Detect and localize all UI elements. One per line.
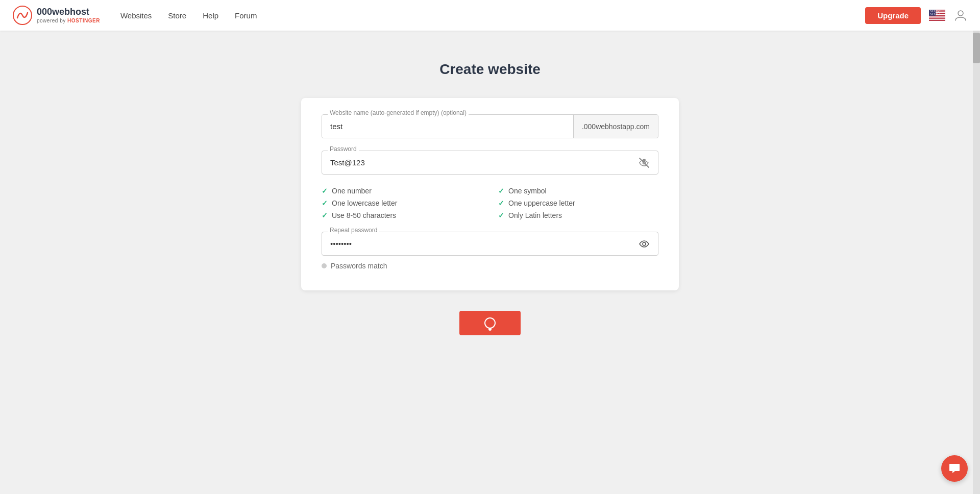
chat-button[interactable] — [941, 455, 968, 482]
scrollbar-thumb — [973, 33, 980, 63]
website-name-label: Website name (auto-generated if empty) (… — [328, 109, 469, 116]
navbar: 000webhost powered by HOSTINGER Websites… — [0, 0, 980, 31]
logo-text: 000webhost powered by HOSTINGER — [37, 7, 100, 24]
req-length-check: ✓ — [322, 211, 328, 219]
password-input[interactable] — [322, 151, 630, 174]
submit-button[interactable] — [459, 311, 521, 335]
repeat-password-label: Repeat password — [328, 227, 379, 234]
repeat-password-group: Repeat password — [322, 232, 658, 256]
passwords-match-label: Passwords match — [331, 262, 387, 270]
nav-store[interactable]: Store — [168, 11, 186, 20]
req-latin-label: Only Latin letters — [508, 211, 562, 219]
user-avatar[interactable] — [953, 8, 968, 22]
nav-help[interactable]: Help — [203, 11, 218, 20]
req-lowercase-label: One lowercase letter — [332, 199, 397, 207]
req-uppercase: ✓ One uppercase letter — [498, 199, 658, 207]
nav-forum[interactable]: Forum — [235, 11, 257, 20]
svg-rect-6 — [929, 17, 945, 18]
repeat-password-field-wrap — [322, 232, 658, 256]
req-number: ✓ One number — [322, 187, 482, 195]
domain-suffix: .000webhostapp.com — [573, 115, 658, 138]
svg-rect-7 — [929, 19, 945, 20]
repeat-password-input[interactable] — [322, 232, 630, 255]
upgrade-button[interactable]: Upgrade — [865, 7, 921, 24]
req-symbol-label: One symbol — [508, 187, 547, 195]
main-nav: Websites Store Help Forum — [120, 11, 865, 20]
language-flag[interactable]: ★ ★ ★ ★ ★ ★ ★ ★ ★ ★ ★ ★ ★ ★ ★ ★ ★ ★ ★ ★ … — [929, 10, 945, 21]
password-group: Password — [322, 151, 658, 175]
password-field-wrap — [322, 151, 658, 175]
req-symbol-check: ✓ — [498, 187, 504, 195]
brand-tagline: powered by HOSTINGER — [37, 18, 100, 24]
password-requirements: ✓ One number ✓ One symbol ✓ One lowercas… — [322, 187, 658, 219]
create-website-form: Website name (auto-generated if empty) (… — [301, 98, 679, 290]
req-latin: ✓ Only Latin letters — [498, 211, 658, 219]
logo[interactable]: 000webhost powered by HOSTINGER — [12, 5, 100, 26]
main-content: Create website Website name (auto-genera… — [0, 31, 980, 356]
repeat-password-toggle-button[interactable] — [630, 238, 658, 250]
req-lowercase: ✓ One lowercase letter — [322, 199, 482, 207]
svg-rect-5 — [929, 16, 945, 17]
eye-hidden-icon — [639, 157, 650, 168]
website-name-row: .000webhostapp.com — [322, 114, 658, 138]
req-number-check: ✓ — [322, 187, 328, 195]
eye-visible-icon — [639, 238, 650, 250]
passwords-match-row: Passwords match — [322, 262, 658, 270]
req-number-label: One number — [332, 187, 372, 195]
req-uppercase-check: ✓ — [498, 199, 504, 207]
password-toggle-button[interactable] — [630, 157, 658, 168]
svg-text:★ ★ ★ ★ ★: ★ ★ ★ ★ ★ — [930, 13, 940, 15]
scrollbar — [973, 31, 980, 494]
chat-icon — [948, 462, 961, 475]
password-label: Password — [328, 145, 359, 153]
req-lowercase-check: ✓ — [322, 199, 328, 207]
website-name-group: Website name (auto-generated if empty) (… — [322, 114, 658, 138]
req-symbol: ✓ One symbol — [498, 187, 658, 195]
navbar-actions: Upgrade ★ ★ ★ ★ ★ ★ ★ ★ ★ ★ ★ ★ ★ ★ ★ ★ … — [865, 7, 968, 24]
logo-icon — [12, 5, 33, 26]
req-latin-check: ✓ — [498, 211, 504, 219]
nav-websites[interactable]: Websites — [120, 11, 152, 20]
req-length: ✓ Use 8-50 characters — [322, 211, 482, 219]
match-dot-indicator — [322, 263, 327, 268]
brand-name: 000webhost — [37, 7, 100, 18]
website-name-input[interactable] — [322, 115, 573, 138]
page-title: Create website — [439, 61, 541, 78]
submit-area — [459, 311, 521, 335]
req-length-label: Use 8-50 characters — [332, 211, 396, 219]
req-uppercase-label: One uppercase letter — [508, 199, 575, 207]
svg-point-13 — [958, 11, 963, 16]
submit-button-icon — [484, 317, 496, 329]
svg-point-15 — [643, 242, 646, 245]
